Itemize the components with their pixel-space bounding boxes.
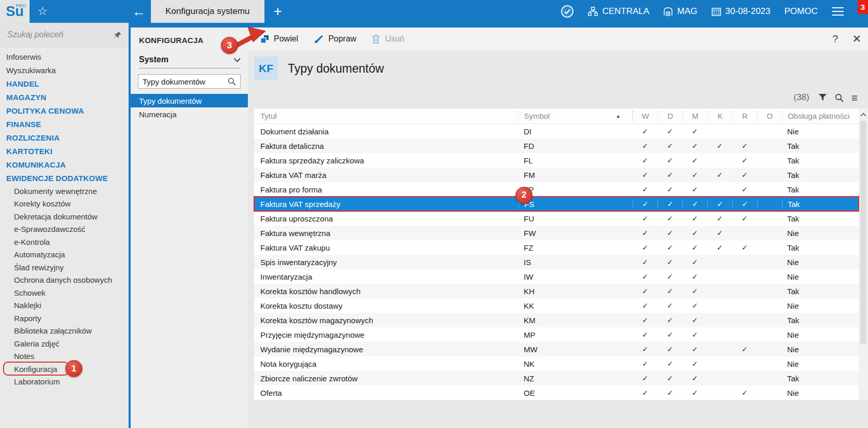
- sidebar-item[interactable]: Dokumenty wewnętrzne: [0, 185, 129, 198]
- sidebar-item[interactable]: Dekretacja dokumentów: [0, 210, 129, 223]
- col-title[interactable]: Tytuł: [254, 111, 518, 121]
- table-row[interactable]: Faktura sprzedaży zaliczkowa FL ✓✓✓✓ Tak: [254, 153, 859, 168]
- sidebar-item[interactable]: Notes: [0, 350, 129, 363]
- notification-badge[interactable]: 3: [858, 0, 868, 14]
- table-row[interactable]: Faktura detaliczna FD ✓✓✓✓✓ Tak: [254, 139, 859, 153]
- table-row[interactable]: Faktura VAT marża FM ✓✓✓✓✓ Tak: [254, 168, 859, 182]
- help-icon[interactable]: ?: [832, 33, 838, 45]
- sidebar-item[interactable]: Ochrona danych osobowych: [0, 274, 129, 287]
- cell-symbol: NK: [519, 360, 633, 368]
- vertical-scrollbar[interactable]: [859, 108, 868, 400]
- sidebar-item[interactable]: Schowek: [0, 286, 129, 299]
- new-tab-plus-icon[interactable]: +: [264, 0, 291, 23]
- table-row[interactable]: Zbiorcze naliczenie zwrotów NZ ✓✓✓ Tak: [254, 371, 859, 385]
- filter-icon[interactable]: [818, 93, 827, 102]
- table-row[interactable]: Faktura wewnętrzna FW ✓✓✓✓ Nie: [254, 226, 859, 240]
- sidebar-item[interactable]: MAGAZYN: [0, 90, 129, 104]
- config-category-dropdown[interactable]: System: [139, 52, 240, 68]
- sidebar-item-label: ROZLICZENIA: [6, 133, 60, 142]
- edit-button[interactable]: Popraw: [314, 34, 356, 44]
- app-logo[interactable]: SuPRO: [0, 0, 30, 23]
- flag-columns: W D M K R O: [632, 111, 782, 121]
- scroll-up-icon[interactable]: [861, 108, 865, 121]
- table-row[interactable]: Korekta kosztów handlowych KH ✓✓✓ Tak: [254, 284, 859, 298]
- flag-cell: ✓: [633, 330, 657, 339]
- flag-cell: ✓: [732, 389, 757, 397]
- hamburger-menu-icon[interactable]: [832, 7, 844, 16]
- sidebar-item[interactable]: Automatyzacja: [0, 248, 129, 261]
- table-row[interactable]: Inwentaryzacja IW ✓✓✓ Nie: [254, 269, 859, 284]
- sidebar-item[interactable]: Ślad rewizyjny: [0, 261, 129, 274]
- flag-cell: [757, 171, 782, 179]
- col-w[interactable]: W: [633, 111, 657, 121]
- config-search-input[interactable]: Typy dokumentów: [138, 74, 241, 89]
- col-k[interactable]: K: [707, 111, 732, 121]
- pin-icon[interactable]: [114, 31, 121, 39]
- topbar-spacer: [55, 0, 127, 23]
- close-icon[interactable]: ✕: [852, 33, 861, 45]
- sidebar-item[interactable]: KOMUNIKACJA: [0, 158, 129, 171]
- config-list-item[interactable]: Typy dokumentów: [131, 94, 248, 107]
- table-row[interactable]: Dokument działania DI ✓✓✓ Nie: [254, 124, 859, 139]
- flag-cell: ✓: [633, 200, 657, 208]
- col-payment[interactable]: Obsługa płatności: [782, 111, 859, 121]
- flag-cell: ✓: [657, 301, 682, 310]
- sidebar-item[interactable]: POLITYKA CENOWA: [0, 104, 129, 117]
- table-row[interactable]: Przyjęcie międzymagazynowe MP ✓✓✓ Nie: [254, 327, 859, 342]
- table-row[interactable]: Faktura VAT sprzedaży FS ✓✓✓✓✓ Tak: [254, 197, 859, 211]
- table-row[interactable]: Korekta kosztów magazynowych KM ✓✓✓ Tak: [254, 313, 859, 327]
- sidebar-item-label: POLITYKA CENOWA: [6, 106, 84, 115]
- favorites-star-icon[interactable]: ☆: [30, 0, 55, 23]
- col-m[interactable]: M: [682, 111, 707, 121]
- sidebar-item[interactable]: Wyszukiwarka: [0, 63, 129, 77]
- sidebar-item[interactable]: FINANSE: [0, 117, 129, 131]
- sidebar-item[interactable]: e-Kontrola: [0, 236, 129, 248]
- topbar: SuPRO ☆ ← Konfiguracja systemu + CENTRAL…: [0, 0, 868, 23]
- table-row[interactable]: Spis inwentaryzacyjny IS ✓✓✓ Nie: [254, 255, 859, 269]
- delete-button[interactable]: Usuń: [372, 34, 404, 44]
- sidebar-item[interactable]: Raporty: [0, 312, 129, 325]
- command-search[interactable]: Szukaj poleceń: [0, 23, 129, 47]
- trash-icon: [372, 34, 380, 44]
- sidebar-item[interactable]: KARTOTEKI: [0, 144, 129, 158]
- sidebar-item[interactable]: Naklejki: [0, 299, 129, 312]
- col-o[interactable]: O: [757, 111, 782, 121]
- sidebar-item[interactable]: Galeria zdjęć: [0, 337, 129, 350]
- col-d[interactable]: D: [657, 111, 682, 121]
- table-row[interactable]: Faktura uproszczona FU ✓✓✓✓✓ Tak: [254, 211, 859, 226]
- search-icon[interactable]: [835, 93, 844, 102]
- col-r[interactable]: R: [732, 111, 757, 121]
- flag-cell: ✓: [633, 214, 657, 223]
- back-arrow-icon[interactable]: ←: [127, 0, 151, 23]
- help-menu[interactable]: POMOC: [785, 6, 818, 17]
- active-tab[interactable]: Konfiguracja systemu: [151, 0, 264, 23]
- sidebar-item[interactable]: EWIDENCJE DODATKOWE: [0, 171, 129, 185]
- sidebar-item[interactable]: HANDEL: [0, 77, 129, 90]
- sidebar-item[interactable]: ROZLICZENIA: [0, 131, 129, 144]
- warehouse-selector[interactable]: MAG: [663, 6, 697, 17]
- scrollbar-thumb[interactable]: [860, 121, 866, 344]
- cell-payment: Tak: [782, 243, 859, 252]
- sidebar-item-label: Naklejki: [14, 301, 41, 310]
- table-row[interactable]: Nota korygująca NK ✓✓✓ Nie: [254, 356, 859, 371]
- sidebar-item[interactable]: Korekty kosztów: [0, 198, 129, 211]
- branch-selector[interactable]: CENTRALA: [588, 6, 649, 17]
- flag-cell: ✓: [633, 374, 657, 382]
- col-symbol[interactable]: Symbol ▲: [518, 111, 632, 121]
- date-selector[interactable]: 30-08-2023: [711, 6, 771, 17]
- list-options-icon[interactable]: ≡: [851, 92, 858, 103]
- table-row[interactable]: Wydanie międzymagazynowe MW ✓✓✓✓ Nie: [254, 342, 859, 356]
- flag-cell: ✓: [732, 156, 757, 164]
- sidebar-item[interactable]: e-Sprawozdawczość: [0, 223, 129, 236]
- sidebar-item[interactable]: Laboratorium: [0, 376, 129, 389]
- table-row[interactable]: Faktura VAT zakupu FZ ✓✓✓✓✓ Tak: [254, 240, 859, 255]
- cell-payment: Tak: [782, 287, 859, 296]
- date-label: 30-08-2023: [725, 6, 771, 17]
- sidebar-item[interactable]: Biblioteka załączników: [0, 325, 129, 338]
- config-list-item[interactable]: Numeracja: [131, 107, 248, 121]
- sync-check-icon[interactable]: [561, 5, 574, 18]
- sidebar-item[interactable]: Infoserwis: [0, 50, 129, 63]
- table-row[interactable]: Faktura pro forma FP2 ✓✓✓✓ Tak: [254, 182, 859, 197]
- table-row[interactable]: Korekta kosztu dostawy KK ✓✓✓ Nie: [254, 298, 859, 313]
- table-row[interactable]: Oferta OE ✓✓✓✓ Nie: [254, 385, 859, 400]
